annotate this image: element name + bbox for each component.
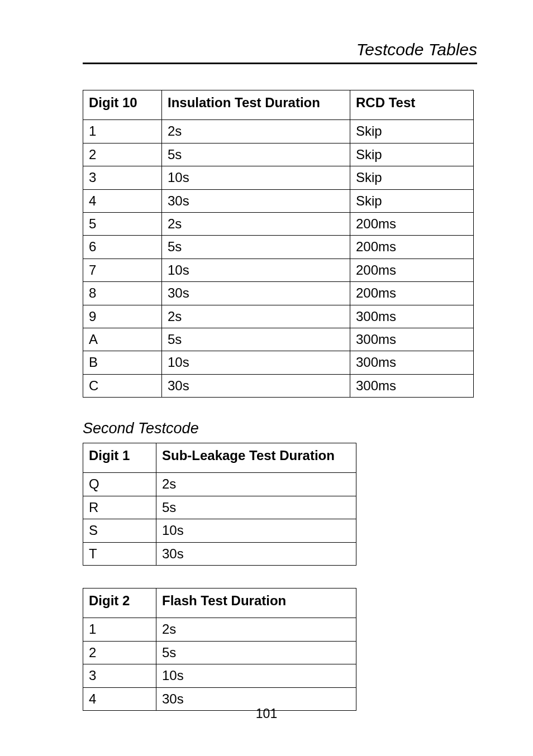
cell-insulation: 30s — [162, 374, 350, 397]
cell-insulation: 2s — [162, 120, 350, 143]
cell-subleakage: 30s — [156, 542, 356, 565]
cell-rcd: Skip — [350, 143, 474, 166]
cell-rcd: 300ms — [350, 351, 474, 374]
cell-rcd: 200ms — [350, 282, 474, 305]
cell-insulation: 2s — [162, 212, 350, 235]
cell-digit10: B — [83, 351, 162, 374]
table-digit1: Digit 1 Sub-Leakage Test Duration Q2sR5s… — [83, 443, 356, 566]
cell-flash: 5s — [156, 641, 356, 664]
cell-digit2: 3 — [83, 664, 156, 687]
cell-digit1: S — [83, 519, 156, 542]
table-row: S10s — [83, 519, 356, 542]
cell-insulation: 30s — [162, 282, 350, 305]
cell-digit1: R — [83, 496, 156, 519]
cell-rcd: 200ms — [350, 236, 474, 259]
table-row: 12s — [83, 618, 356, 641]
cell-rcd: 300ms — [350, 328, 474, 351]
table-row: 310s — [83, 664, 356, 687]
cell-insulation: 2s — [162, 305, 350, 328]
table1-body: 12sSkip25sSkip310sSkip430sSkip52s200ms65… — [83, 120, 474, 398]
table-row: 310sSkip — [83, 166, 474, 189]
cell-rcd: Skip — [350, 120, 474, 143]
table2-body: Q2sR5sS10sT30s — [83, 473, 356, 566]
cell-digit10: 8 — [83, 282, 162, 305]
table-row: C30s300ms — [83, 374, 474, 397]
table-row: 12sSkip — [83, 120, 474, 143]
cell-digit10: 2 — [83, 143, 162, 166]
cell-digit10: A — [83, 328, 162, 351]
cell-digit10: 1 — [83, 120, 162, 143]
cell-rcd: Skip — [350, 189, 474, 212]
cell-subleakage: 10s — [156, 519, 356, 542]
table-row: A5s300ms — [83, 328, 474, 351]
section-title: Second Testcode — [83, 420, 477, 437]
th-insulation: Insulation Test Duration — [162, 90, 350, 120]
cell-digit2: 2 — [83, 641, 156, 664]
table-row: 65s200ms — [83, 236, 474, 259]
cell-digit1: T — [83, 542, 156, 565]
th-digit1: Digit 1 — [83, 443, 156, 473]
cell-subleakage: 5s — [156, 496, 356, 519]
cell-rcd: 300ms — [350, 305, 474, 328]
cell-insulation: 10s — [162, 259, 350, 281]
table-row: 25s — [83, 641, 356, 664]
th-rcd: RCD Test — [350, 90, 474, 120]
th-subleakage: Sub-Leakage Test Duration — [156, 443, 356, 473]
cell-digit10: 6 — [83, 236, 162, 259]
cell-digit10: 5 — [83, 212, 162, 235]
cell-digit2: 1 — [83, 618, 156, 641]
cell-flash: 10s — [156, 664, 356, 687]
table-row: 430sSkip — [83, 189, 474, 212]
table-row: T30s — [83, 542, 356, 565]
page-number: 101 — [0, 706, 533, 721]
cell-insulation: 5s — [162, 236, 350, 259]
table-row: 830s200ms — [83, 282, 474, 305]
cell-rcd: 300ms — [350, 374, 474, 397]
cell-insulation: 30s — [162, 189, 350, 212]
th-digit2: Digit 2 — [83, 588, 156, 618]
table-digit2: Digit 2 Flash Test Duration 12s25s310s43… — [83, 588, 356, 711]
table-row: 25sSkip — [83, 143, 474, 166]
cell-digit10: 3 — [83, 166, 162, 189]
table-row: R5s — [83, 496, 356, 519]
cell-rcd: Skip — [350, 166, 474, 189]
cell-insulation: 10s — [162, 351, 350, 374]
cell-rcd: 200ms — [350, 259, 474, 281]
cell-rcd: 200ms — [350, 212, 474, 235]
table-row: 52s200ms — [83, 212, 474, 235]
cell-digit10: 7 — [83, 259, 162, 281]
th-digit10: Digit 10 — [83, 90, 162, 120]
cell-digit10: 9 — [83, 305, 162, 328]
cell-digit1: Q — [83, 473, 156, 496]
th-flash: Flash Test Duration — [156, 588, 356, 618]
table-row: 92s300ms — [83, 305, 474, 328]
table-row: 710s200ms — [83, 259, 474, 281]
cell-digit10: 4 — [83, 189, 162, 212]
cell-insulation: 10s — [162, 166, 350, 189]
cell-subleakage: 2s — [156, 473, 356, 496]
cell-insulation: 5s — [162, 143, 350, 166]
table-row: B10s300ms — [83, 351, 474, 374]
table-row: Q2s — [83, 473, 356, 496]
table-digit10: Digit 10 Insulation Test Duration RCD Te… — [83, 90, 474, 398]
cell-insulation: 5s — [162, 328, 350, 351]
cell-digit10: C — [83, 374, 162, 397]
cell-flash: 2s — [156, 618, 356, 641]
table3-body: 12s25s310s430s — [83, 618, 356, 711]
page-header: Testcode Tables — [83, 40, 477, 59]
header-rule — [83, 63, 477, 64]
